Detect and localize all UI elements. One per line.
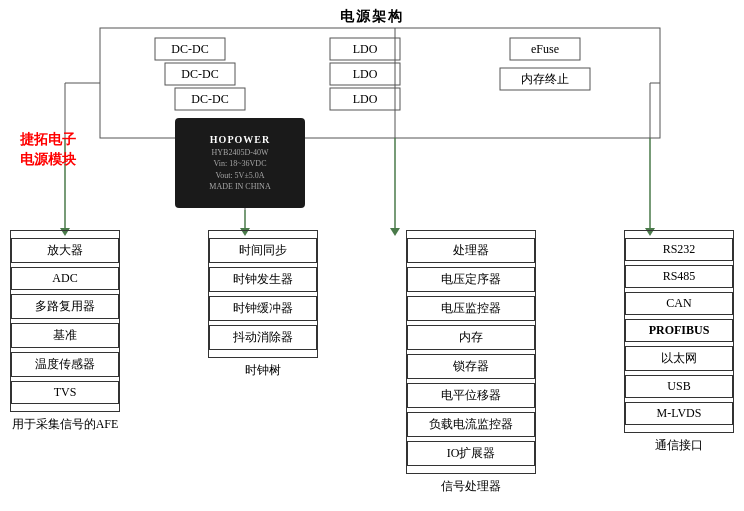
clock-item-0: 时间同步 (209, 238, 317, 263)
svg-rect-15 (500, 68, 590, 90)
afe-item-4: 温度传感器 (11, 352, 119, 377)
svg-text:eFuse: eFuse (531, 42, 559, 56)
svg-rect-7 (330, 38, 400, 60)
comm-label: 通信接口 (655, 437, 703, 454)
page-title: 电源架构 (0, 0, 744, 26)
svg-text:DC-DC: DC-DC (171, 42, 208, 56)
afe-item-0: 放大器 (11, 238, 119, 263)
clock-box: 时间同步 时钟发生器 时钟缓冲器 抖动消除器 (208, 230, 318, 358)
svg-rect-1 (155, 38, 225, 60)
clock-section: 时间同步 时钟发生器 时钟缓冲器 抖动消除器 时钟树 (208, 230, 318, 495)
svg-rect-5 (175, 88, 245, 110)
module-model: HYB2405D-40WVin: 18~36VDCVout: 5V±5.0AMA… (209, 147, 270, 192)
signal-item-7: IO扩展器 (407, 441, 535, 466)
svg-text:LDO: LDO (353, 92, 378, 106)
brand-label: 捷拓电子 电源模块 (20, 130, 76, 169)
svg-text:DC-DC: DC-DC (191, 92, 228, 106)
signal-item-3: 内存 (407, 325, 535, 350)
signal-box: 处理器 电压定序器 电压监控器 内存 锁存器 电平位移器 负载电流监控器 IO扩… (406, 230, 536, 474)
comm-item-2: CAN (625, 292, 733, 315)
svg-rect-13 (510, 38, 580, 60)
svg-text:LDO: LDO (353, 67, 378, 81)
signal-item-5: 电平位移器 (407, 383, 535, 408)
clock-label: 时钟树 (245, 362, 281, 379)
signal-item-4: 锁存器 (407, 354, 535, 379)
comm-box: RS232 RS485 CAN PROFIBUS 以太网 USB M-LVDS (624, 230, 734, 433)
svg-text:LDO: LDO (353, 42, 378, 56)
svg-text:内存终止: 内存终止 (521, 72, 569, 86)
comm-item-3: PROFIBUS (625, 319, 733, 342)
afe-section: 放大器 ADC 多路复用器 基准 温度传感器 TVS 用于采集信号的AFE (10, 230, 120, 495)
afe-item-1: ADC (11, 267, 119, 290)
clock-item-3: 抖动消除器 (209, 325, 317, 350)
comm-section: RS232 RS485 CAN PROFIBUS 以太网 USB M-LVDS … (624, 230, 734, 495)
afe-label: 用于采集信号的AFE (12, 416, 119, 433)
svg-rect-9 (330, 63, 400, 85)
signal-item-0: 处理器 (407, 238, 535, 263)
comm-item-4: 以太网 (625, 346, 733, 371)
power-module-image: HOPOWER HYB2405D-40WVin: 18~36VDCVout: 5… (175, 118, 305, 208)
signal-item-1: 电压定序器 (407, 267, 535, 292)
comm-item-1: RS485 (625, 265, 733, 288)
signal-item-2: 电压监控器 (407, 296, 535, 321)
comm-item-6: M-LVDS (625, 402, 733, 425)
svg-rect-11 (330, 88, 400, 110)
svg-rect-3 (165, 63, 235, 85)
clock-item-2: 时钟缓冲器 (209, 296, 317, 321)
svg-text:DC-DC: DC-DC (181, 67, 218, 81)
clock-item-1: 时钟发生器 (209, 267, 317, 292)
signal-item-6: 负载电流监控器 (407, 412, 535, 437)
comm-item-0: RS232 (625, 238, 733, 261)
signal-section: 处理器 电压定序器 电压监控器 内存 锁存器 电平位移器 负载电流监控器 IO扩… (406, 230, 536, 495)
signal-label: 信号处理器 (441, 478, 501, 495)
afe-item-3: 基准 (11, 323, 119, 348)
bottom-section: 放大器 ADC 多路复用器 基准 温度传感器 TVS 用于采集信号的AFE 时间… (10, 230, 734, 495)
comm-item-5: USB (625, 375, 733, 398)
afe-item-5: TVS (11, 381, 119, 404)
afe-item-2: 多路复用器 (11, 294, 119, 319)
afe-box: 放大器 ADC 多路复用器 基准 温度传感器 TVS (10, 230, 120, 412)
module-logo: HOPOWER (210, 134, 270, 145)
